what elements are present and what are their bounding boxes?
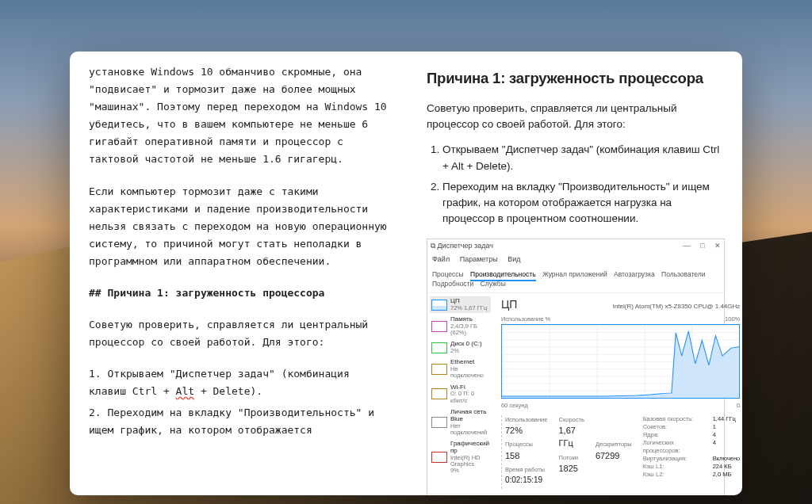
sidebar-item-bluetooth[interactable]: Личная сеть BlueНет подключений <box>430 407 491 437</box>
spellcheck-word[interactable]: Alt <box>176 385 194 397</box>
sidebar-item-ethernet[interactable]: EthernetНе подключено <box>430 357 491 380</box>
tab-bar[interactable]: Процессы Производительность Журнал прило… <box>427 267 724 294</box>
ethernet-thumb-icon <box>431 364 447 375</box>
performance-sidebar[interactable]: ЦП72% 1,67 ГГц Память2,4/3,9 ГБ (62%) Ди… <box>427 293 493 494</box>
close-icon[interactable]: ✕ <box>714 242 721 250</box>
task-manager-footer: Меньше Открыть монитор ресурсов <box>427 494 724 495</box>
menu-file[interactable]: Файл <box>432 255 450 263</box>
editor-preview-window: установке Windows 10 обманчиво скромные,… <box>70 52 742 495</box>
tab-users[interactable]: Пользователи <box>661 270 705 278</box>
cpu-title: ЦП <box>501 296 517 313</box>
paragraph[interactable]: Если компьютер тормозит даже с такими ха… <box>89 183 387 270</box>
heading-source[interactable]: ## Причина 1: загруженность процессора <box>89 284 387 302</box>
task-manager-screenshot: ⧉ Диспетчер задач — □ ✕ Файл Параметры В… <box>427 239 725 496</box>
list-item[interactable]: 1. Открываем "Диспетчер задач" (комбинац… <box>89 365 387 400</box>
tab-startup[interactable]: Автозагрузка <box>614 270 655 278</box>
maximize-icon[interactable]: □ <box>700 242 704 250</box>
menu-bar[interactable]: Файл Параметры Вид <box>427 253 724 267</box>
cpu-line-chart <box>502 325 739 398</box>
memory-thumb-icon <box>431 321 447 332</box>
minimize-icon[interactable]: — <box>684 242 691 250</box>
cpu-thumb-icon <box>431 300 447 311</box>
menu-view[interactable]: Вид <box>508 255 520 263</box>
cpu-specs: Базовая скорость:1,44 ГГц Сокетов:1 Ядра… <box>643 415 741 490</box>
sidebar-item-memory[interactable]: Память2,4/3,9 ГБ (62%) <box>430 315 491 338</box>
tab-app-history[interactable]: Журнал приложений <box>542 270 607 278</box>
gpu-thumb-icon <box>431 452 447 463</box>
paragraph[interactable]: установке Windows 10 обманчиво скромные,… <box>89 63 387 169</box>
titlebar: ⧉ Диспетчер задач — □ ✕ <box>427 239 724 254</box>
sidebar-item-cpu[interactable]: ЦП72% 1,67 ГГц <box>430 296 491 313</box>
sidebar-item-wifi[interactable]: Wi-FiО: 0 П: 0 кбит/с <box>430 383 491 406</box>
tab-details[interactable]: Подробности <box>432 280 473 288</box>
list-item: Переходим на вкладку "Производительность… <box>442 179 725 227</box>
markdown-preview-pane: Причина 1: загруженность процессора Сове… <box>406 52 742 495</box>
preview-heading: Причина 1: загруженность процессора <box>427 67 725 90</box>
sidebar-item-gpu[interactable]: Графический прIntel(R) HD Graphics9% <box>430 439 491 475</box>
preview-paragraph: Советую проверить, справляется ли центра… <box>427 101 725 133</box>
list-item[interactable]: 2. Переходим на вкладку "Производительно… <box>89 404 387 439</box>
cpu-model: Intel(R) Atom(TM) x5-Z8350 CPU@ 1.44GHz <box>613 302 741 311</box>
markdown-source-pane[interactable]: установке Windows 10 обманчиво скромные,… <box>70 52 406 495</box>
paragraph[interactable]: Советую проверить, справляется ли центра… <box>89 316 387 351</box>
cpu-usage-value: 72% <box>505 424 548 437</box>
menu-params[interactable]: Параметры <box>460 255 498 263</box>
cpu-usage-graph[interactable] <box>501 324 740 399</box>
bluetooth-thumb-icon <box>431 417 447 428</box>
sidebar-item-disk[interactable]: Диск 0 (C:)2% <box>430 339 491 356</box>
list-item: Открываем "Диспетчер задач" (комбинация … <box>442 142 725 174</box>
disk-thumb-icon <box>431 342 447 353</box>
tab-processes[interactable]: Процессы <box>432 270 464 278</box>
tab-services[interactable]: Службы <box>481 280 506 288</box>
preview-ordered-list: Открываем "Диспетчер задач" (комбинация … <box>442 142 725 227</box>
performance-main: ЦП Intel(R) Atom(TM) x5-Z8350 CPU@ 1.44G… <box>493 293 742 494</box>
wifi-thumb-icon <box>431 388 447 399</box>
